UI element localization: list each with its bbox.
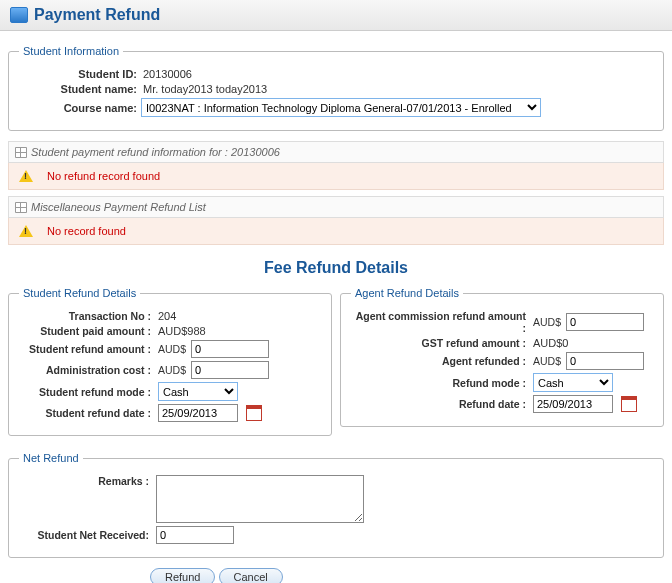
warning-icon bbox=[19, 170, 33, 182]
currency-prefix: AUD$ bbox=[533, 355, 561, 367]
currency-prefix: AUD$ bbox=[158, 343, 186, 355]
refund-info-msg: No refund record found bbox=[47, 170, 160, 182]
gst-refund-value: AUD$0 bbox=[533, 337, 568, 349]
student-info-fieldset: Student Information Student ID: 20130006… bbox=[8, 45, 664, 131]
student-net-received-input[interactable] bbox=[156, 526, 234, 544]
misc-refund-alert: No record found bbox=[8, 218, 664, 245]
student-refund-mode-label: Student refund mode : bbox=[19, 386, 154, 398]
misc-refund-title: Miscellaneous Payment Refund List bbox=[31, 201, 206, 213]
misc-refund-section-header: Miscellaneous Payment Refund List bbox=[8, 196, 664, 218]
refund-info-section-header: Student payment refund information for :… bbox=[8, 141, 664, 163]
student-paid-label: Student paid amount : bbox=[19, 325, 154, 337]
agent-refunded-label: Agent refunded : bbox=[351, 355, 529, 367]
student-refund-date-input[interactable] bbox=[158, 404, 238, 422]
student-info-legend: Student Information bbox=[19, 45, 123, 57]
student-net-received-label: Student Net Received: bbox=[19, 529, 152, 541]
student-refund-date-label: Student refund date : bbox=[19, 407, 154, 419]
agent-refund-mode-label: Refund mode : bbox=[351, 377, 529, 389]
agent-refunded-input[interactable] bbox=[566, 352, 644, 370]
student-id-value: 20130006 bbox=[141, 68, 192, 80]
student-refund-legend: Student Refund Details bbox=[19, 287, 140, 299]
student-refund-amount-label: Student refund amount : bbox=[19, 343, 154, 355]
fee-refund-details-heading: Fee Refund Details bbox=[8, 259, 664, 277]
agent-commission-label: Agent commission refund amount : bbox=[351, 310, 529, 334]
admin-cost-label: Administration cost : bbox=[19, 364, 154, 376]
agent-refund-mode-select[interactable]: Cash bbox=[533, 373, 613, 392]
cancel-button[interactable]: Cancel bbox=[219, 568, 283, 583]
student-refund-amount-input[interactable] bbox=[191, 340, 269, 358]
agent-refund-legend: Agent Refund Details bbox=[351, 287, 463, 299]
student-paid-value: AUD$988 bbox=[158, 325, 206, 337]
currency-prefix: AUD$ bbox=[158, 364, 186, 376]
transaction-no-value: 204 bbox=[158, 310, 176, 322]
refund-info-title: Student payment refund information for :… bbox=[31, 146, 280, 158]
student-name-value: Mr. today2013 today2013 bbox=[141, 83, 267, 95]
agent-refund-date-label: Refund date : bbox=[351, 398, 529, 410]
agent-commission-input[interactable] bbox=[566, 313, 644, 331]
calendar-icon[interactable] bbox=[621, 396, 637, 412]
page-title: Payment Refund bbox=[34, 6, 160, 24]
misc-refund-msg: No record found bbox=[47, 225, 126, 237]
page-header: Payment Refund bbox=[0, 0, 672, 31]
remarks-textarea[interactable] bbox=[156, 475, 364, 523]
agent-refund-details-fieldset: Agent Refund Details Agent commission re… bbox=[340, 287, 664, 427]
currency-prefix: AUD$ bbox=[533, 316, 561, 328]
net-refund-fieldset: Net Refund Remarks : Student Net Receive… bbox=[8, 452, 664, 558]
course-select[interactable]: I0023NAT : Information Technology Diplom… bbox=[141, 98, 541, 117]
student-name-label: Student name: bbox=[19, 83, 141, 95]
student-refund-details-fieldset: Student Refund Details Transaction No : … bbox=[8, 287, 332, 436]
agent-refund-date-input[interactable] bbox=[533, 395, 613, 413]
warning-icon bbox=[19, 225, 33, 237]
net-refund-legend: Net Refund bbox=[19, 452, 83, 464]
gst-refund-label: GST refund amount : bbox=[351, 337, 529, 349]
refund-info-alert: No refund record found bbox=[8, 163, 664, 190]
monitor-icon bbox=[10, 7, 28, 23]
calendar-icon[interactable] bbox=[246, 405, 262, 421]
admin-cost-input[interactable] bbox=[191, 361, 269, 379]
grid-icon bbox=[15, 147, 27, 158]
remarks-label: Remarks : bbox=[19, 475, 152, 487]
refund-button[interactable]: Refund bbox=[150, 568, 215, 583]
student-refund-mode-select[interactable]: Cash bbox=[158, 382, 238, 401]
transaction-no-label: Transaction No : bbox=[19, 310, 154, 322]
course-name-label: Course name: bbox=[19, 102, 141, 114]
student-id-label: Student ID: bbox=[19, 68, 141, 80]
grid-icon bbox=[15, 202, 27, 213]
